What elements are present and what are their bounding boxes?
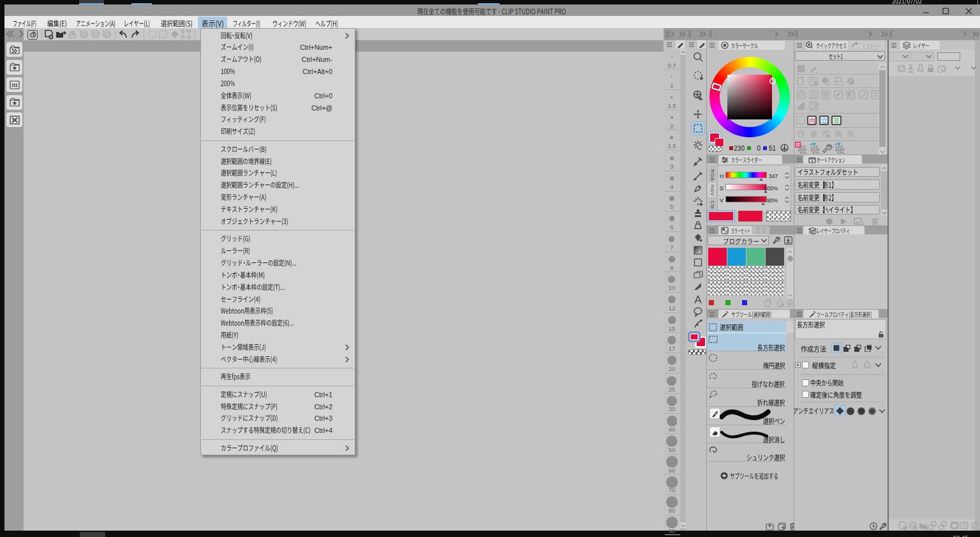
svg-text:%: % <box>853 365 857 369</box>
svg-text:Px: Px <box>865 365 869 369</box>
